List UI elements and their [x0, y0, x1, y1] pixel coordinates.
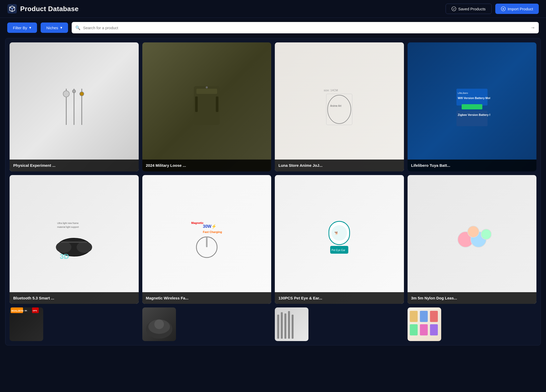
product-image: [142, 307, 176, 341]
svg-rect-30: [61, 242, 87, 243]
svg-point-28: [56, 242, 71, 253]
svg-point-12: [206, 86, 208, 88]
svg-text:Fast Charging: Fast Charging: [203, 230, 222, 233]
svg-text:GPS: GPS: [33, 310, 37, 312]
import-icon: [501, 6, 506, 11]
svg-text:🐕: 🐕: [335, 231, 338, 235]
header-left: Product Database: [7, 4, 79, 14]
filter-by-label: Filter By: [13, 26, 27, 30]
product-card[interactable]: 3m 5m Nylon Dog Leas...: [408, 175, 537, 304]
product-card[interactable]: Ultra light new framematerial light supp…: [10, 175, 139, 304]
svg-point-29: [77, 242, 92, 253]
svg-rect-11: [196, 89, 217, 94]
import-product-button[interactable]: Import Product: [495, 4, 539, 14]
product-image: size: 14CMAnime Art: [275, 42, 404, 171]
app-title: Product Database: [20, 5, 79, 13]
product-name-label: Physical Experiment ...: [10, 160, 139, 171]
niches-button[interactable]: Niches ▾: [41, 22, 68, 33]
svg-point-44: [481, 229, 491, 239]
svg-text:3D: 3D: [60, 252, 69, 260]
import-product-label: Import Product: [508, 7, 533, 11]
svg-rect-58: [288, 311, 290, 339]
svg-point-9: [72, 90, 76, 93]
svg-rect-62: [430, 311, 438, 322]
svg-rect-14: [216, 96, 218, 112]
product-card[interactable]: LifeLiberoWifi Version Battery MotorZigb…: [408, 42, 537, 171]
product-name-label: Magnetic Wireless Fa...: [142, 292, 271, 304]
svg-text:Zigbee Version Battery Motor: Zigbee Version Battery Motor: [458, 113, 490, 116]
svg-rect-57: [284, 313, 286, 339]
chevron-down-icon-niches: ▾: [60, 25, 62, 30]
svg-text:Wifi Version Battery Motor: Wifi Version Battery Motor: [458, 96, 490, 100]
chevron-down-icon: ▾: [29, 25, 31, 30]
svg-rect-64: [420, 324, 427, 335]
header-right: Saved Products Import Product: [446, 4, 539, 14]
svg-text:30W⚡: 30W⚡: [203, 224, 217, 229]
product-name-label: 2024 Military Loose ...: [142, 160, 271, 171]
search-icon: 🔍: [75, 25, 80, 30]
product-name-label: Bluetooth 5.3 Smart ...: [10, 292, 139, 304]
svg-text:Anime Art: Anime Art: [330, 104, 342, 107]
filter-by-button[interactable]: Filter By ▾: [7, 22, 37, 33]
svg-rect-63: [410, 324, 417, 335]
search-bar[interactable]: 🔍 →: [72, 22, 539, 33]
product-name-label: 130PCS Pet Eye & Ear...: [275, 292, 404, 304]
saved-products-button[interactable]: Saved Products: [446, 4, 492, 14]
saved-icon: [452, 6, 456, 11]
svg-rect-36: [206, 237, 208, 247]
svg-rect-55: [277, 315, 279, 339]
product-image: [10, 42, 139, 171]
svg-text:Ultra light new frame: Ultra light new frame: [57, 222, 79, 224]
svg-rect-23: [456, 111, 488, 126]
search-arrow-icon[interactable]: →: [530, 25, 535, 31]
svg-rect-16: [326, 94, 352, 125]
saved-products-label: Saved Products: [458, 7, 486, 11]
svg-point-40: [331, 225, 347, 241]
product-image: [408, 307, 441, 341]
product-card[interactable]: size: 14CMAnime ArtLuna Store Anime JoJ.…: [275, 42, 404, 171]
svg-text:8K: 8K: [25, 310, 27, 312]
product-image: Magnetic30W⚡Fast Charging: [142, 175, 271, 304]
svg-rect-60: [410, 311, 417, 322]
app-header: Product Database Saved Products Import P…: [0, 0, 546, 18]
svg-rect-13: [195, 96, 198, 112]
svg-point-17: [328, 95, 351, 124]
product-card[interactable]: Physical Experiment ...: [10, 42, 139, 171]
product-card[interactable]: [275, 307, 308, 341]
svg-rect-61: [420, 311, 427, 322]
product-image: Ultra light new framematerial light supp…: [10, 175, 139, 304]
svg-point-2: [452, 7, 456, 11]
product-card[interactable]: 2024 Military Loose ...: [142, 42, 271, 171]
toolbar: Filter By ▾ Niches ▾ 🔍 →: [0, 18, 546, 38]
svg-text:material light support: material light support: [57, 226, 79, 228]
product-image: LifeLiberoWifi Version Battery MotorZigb…: [408, 42, 537, 171]
product-image: [142, 42, 271, 171]
product-name-label: Lifelibero Tuya Batt...: [408, 160, 537, 171]
svg-rect-65: [430, 324, 438, 335]
product-card[interactable]: Pet Eye Ear🐕130PCS Pet Eye & Ear...: [275, 175, 404, 304]
svg-point-54: [154, 319, 164, 329]
svg-text:LifeLibero: LifeLibero: [458, 92, 468, 94]
app-logo-icon: [7, 4, 17, 14]
svg-rect-56: [281, 312, 283, 339]
product-image: BOALZETD8KGPS: [10, 307, 43, 341]
svg-point-7: [63, 91, 69, 97]
svg-text:BOALZETD: BOALZETD: [11, 310, 24, 312]
svg-point-8: [80, 92, 84, 96]
product-grid: Physical Experiment ...2024 Military Loo…: [10, 42, 536, 341]
product-image: Pet Eye Ear🐕: [275, 175, 404, 304]
svg-rect-59: [292, 315, 293, 339]
niches-label: Niches: [46, 26, 58, 30]
product-card[interactable]: Magnetic30W⚡Fast ChargingMagnetic Wirele…: [142, 175, 271, 304]
product-name-label: Luna Store Anime JoJ...: [275, 160, 404, 171]
svg-point-1: [12, 8, 13, 9]
product-grid-container: Physical Experiment ...2024 Military Loo…: [5, 38, 541, 345]
product-card[interactable]: [142, 307, 176, 341]
product-image: [408, 175, 537, 304]
search-input[interactable]: [83, 26, 530, 30]
product-card[interactable]: BOALZETD8KGPS: [10, 307, 43, 341]
svg-text:Magnetic: Magnetic: [191, 221, 204, 224]
svg-text:Pet Eye Ear: Pet Eye Ear: [331, 249, 345, 252]
product-name-label: 3m 5m Nylon Dog Leas...: [408, 292, 537, 304]
product-card[interactable]: [408, 307, 441, 341]
